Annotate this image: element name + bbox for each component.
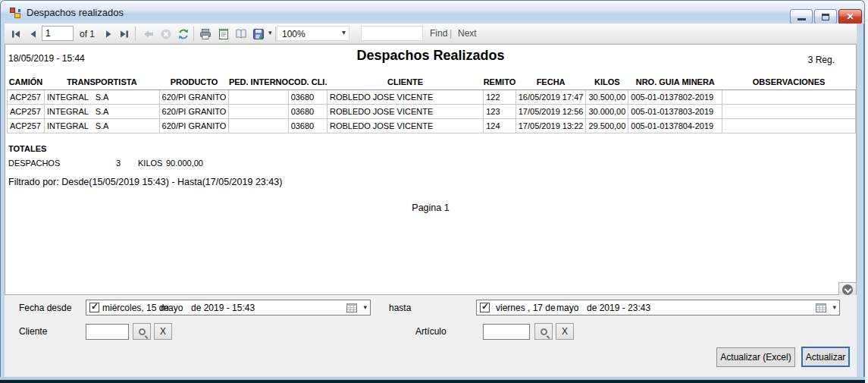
table-cell: 03680 bbox=[288, 119, 327, 133]
toolbar-separator bbox=[275, 27, 276, 41]
page-footer: Pagina 1 bbox=[5, 202, 856, 213]
toolbar-separator bbox=[135, 27, 136, 41]
stop-button[interactable] bbox=[158, 26, 174, 42]
table-cell bbox=[722, 105, 856, 119]
articulo-search-button[interactable] bbox=[534, 323, 553, 340]
report-page: 18/05/2019 - 15:44 Despachos Realizados … bbox=[5, 44, 857, 295]
table-cell: 30.000,00 bbox=[586, 105, 628, 119]
filter-info-text: Filtrado por: Desde(15/05/2019 15:43) - … bbox=[8, 177, 282, 187]
page-count-label: of 1 bbox=[80, 29, 95, 39]
fecha-desde-picker[interactable]: ✓ miércoles, 15 de mayo de 2019 - 15:43 … bbox=[86, 300, 371, 316]
actualizar-excel-button[interactable]: Actualizar (Excel) bbox=[716, 347, 795, 367]
fecha-hasta-checkbox[interactable]: ✓ bbox=[480, 303, 490, 312]
articulo-input[interactable] bbox=[483, 324, 530, 340]
table-cell bbox=[229, 90, 288, 105]
filter-panel: Fecha desde ✓ miércoles, 15 de mayo de 2… bbox=[5, 295, 857, 377]
picker-caret-icon[interactable]: ▾ bbox=[363, 303, 367, 311]
clear-label: X bbox=[160, 326, 166, 337]
calendar-icon bbox=[346, 303, 357, 312]
print-layout-icon bbox=[218, 28, 230, 40]
report-toolbar: of 1 ▾ 100% bbox=[5, 24, 857, 44]
window-titlebar[interactable]: Despachos realizados ✕ bbox=[0, 0, 865, 24]
back-button[interactable] bbox=[140, 26, 157, 42]
table-cell: 03680 bbox=[288, 90, 327, 105]
page-setup-icon bbox=[235, 28, 247, 40]
close-button[interactable]: ✕ bbox=[838, 9, 862, 24]
column-header: PED. INTERNO bbox=[229, 76, 288, 90]
clear-label: X bbox=[562, 326, 568, 337]
cliente-clear-button[interactable]: X bbox=[154, 323, 172, 340]
dispatch-table: CAMIÓNTRANSPORTISTAPRODUCTOPED. INTERNOC… bbox=[7, 76, 856, 133]
minimize-button[interactable] bbox=[790, 9, 813, 24]
find-next-link[interactable]: Next bbox=[458, 28, 477, 39]
table-cell bbox=[229, 105, 288, 119]
window-title: Despachos realizados bbox=[27, 7, 124, 18]
table-cell bbox=[722, 119, 856, 133]
table-cell: ACP257 bbox=[8, 105, 45, 119]
totals-row: DESPACHOS 3 KILOS 90.000,00 bbox=[8, 159, 312, 168]
column-header: KILOS bbox=[586, 76, 628, 90]
last-page-button[interactable] bbox=[116, 26, 133, 42]
zoom-value: 100% bbox=[282, 29, 306, 39]
printer-icon bbox=[199, 28, 212, 40]
zoom-caret-icon: ▾ bbox=[342, 28, 346, 36]
next-page-button[interactable] bbox=[100, 26, 117, 42]
refresh-icon bbox=[177, 28, 190, 40]
column-header: COD. CLI. bbox=[288, 76, 327, 90]
window-border-bottom bbox=[0, 377, 865, 383]
fecha-desde-checkbox[interactable]: ✓ bbox=[89, 303, 99, 312]
table-cell: INTEGRAL S.A bbox=[44, 119, 159, 133]
picker-caret-icon[interactable]: ▾ bbox=[832, 303, 836, 311]
cliente-search-button[interactable] bbox=[133, 323, 151, 340]
back-arrow-icon bbox=[143, 28, 155, 40]
print-layout-button[interactable] bbox=[215, 26, 232, 42]
table-cell: 29.500,00 bbox=[586, 119, 628, 133]
totals-despachos-value: 3 bbox=[99, 159, 121, 168]
table-cell: 123 bbox=[484, 105, 516, 119]
fecha-desde-month: mayo bbox=[161, 303, 183, 313]
maximize-button[interactable] bbox=[814, 9, 837, 24]
checkmark-icon: ✓ bbox=[91, 301, 99, 312]
table-cell: 620/PI GRANITO bbox=[159, 90, 229, 105]
table-cell bbox=[722, 90, 856, 105]
totals-despachos-label: DESPACHOS bbox=[8, 159, 60, 168]
totals-kilos-value: 90.000,00 bbox=[166, 159, 203, 168]
table-cell: 124 bbox=[484, 119, 516, 133]
refresh-button[interactable] bbox=[175, 26, 192, 42]
table-cell: 16/05/2019 17:47 bbox=[515, 90, 586, 105]
table-cell: 620/PI GRANITO bbox=[159, 105, 229, 119]
fecha-hasta-rest: de 2019 - 23:43 bbox=[587, 303, 650, 313]
current-page-input[interactable] bbox=[42, 26, 74, 41]
find-text-input[interactable] bbox=[361, 26, 423, 41]
table-cell: 005-01-0137802-2019 bbox=[628, 90, 722, 105]
column-header: NRO. GUIA MINERA bbox=[628, 76, 722, 90]
export-dropdown-caret-icon[interactable]: ▾ bbox=[268, 29, 272, 36]
chevron-down-circle-icon bbox=[842, 284, 853, 295]
find-link[interactable]: Find bbox=[430, 28, 447, 39]
table-cell: ACP257 bbox=[8, 90, 45, 105]
hasta-label: hasta bbox=[389, 303, 411, 313]
checkmark-icon: ✓ bbox=[481, 301, 489, 312]
export-button[interactable] bbox=[251, 26, 266, 42]
table-cell: 17/05/2019 13:22 bbox=[515, 119, 586, 133]
table-row: ACP257INTEGRAL S.A620/PI GRANITO03680ROB… bbox=[8, 105, 856, 119]
save-export-icon bbox=[252, 28, 265, 40]
table-cell: ROBLEDO JOSE VICENTE bbox=[327, 119, 483, 133]
first-page-button[interactable] bbox=[8, 26, 24, 42]
page-setup-button[interactable] bbox=[233, 26, 249, 42]
actualizar-button[interactable]: Actualizar bbox=[801, 347, 850, 367]
print-button[interactable] bbox=[197, 26, 214, 42]
table-cell: 03680 bbox=[288, 105, 327, 119]
zoom-select[interactable]: 100% ▾ bbox=[277, 26, 349, 41]
previous-page-button[interactable] bbox=[25, 26, 42, 42]
column-header: PRODUCTO bbox=[159, 76, 229, 90]
column-header: CAMIÓN bbox=[8, 76, 45, 90]
fecha-hasta-picker[interactable]: ✓ viernes , 17 de mayo de 2019 - 23:43 ▾ bbox=[476, 300, 840, 316]
table-cell: 005-01-0137804-2019 bbox=[628, 119, 722, 133]
column-header: TRANSPORTISTA bbox=[44, 76, 159, 90]
table-row: ACP257INTEGRAL S.A620/PI GRANITO03680ROB… bbox=[8, 119, 856, 133]
magnifier-icon bbox=[139, 328, 146, 335]
table-cell: INTEGRAL S.A bbox=[44, 90, 159, 105]
articulo-clear-button[interactable]: X bbox=[556, 323, 574, 340]
cliente-input[interactable] bbox=[86, 324, 129, 340]
